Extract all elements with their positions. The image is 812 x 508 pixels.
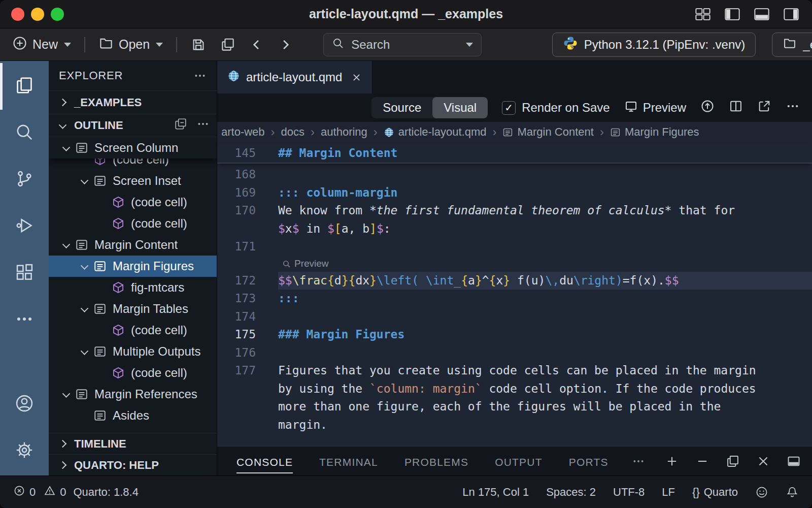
interpreter-selector[interactable]: Python 3.12.1 (PipEnv: .venv) <box>552 33 756 57</box>
section-examples[interactable]: _EXAMPLES <box>49 90 217 114</box>
breadcrumb-item-arto-web[interactable]: arto-web <box>221 125 265 139</box>
breadcrumb-item-authoring[interactable]: authoring <box>321 125 367 139</box>
tab-article-layout-qmd[interactable]: article-layout.qmd <box>217 61 373 93</box>
save-all-icon[interactable] <box>217 37 239 52</box>
layout-grid-icon[interactable] <box>695 8 710 21</box>
outline-item-code-cell[interactable]: (code cell) <box>49 192 217 213</box>
workspace-button[interactable]: _e <box>772 33 812 57</box>
code-line-170[interactable]: 170We know from *the first fundamental t… <box>217 202 812 220</box>
code-line-171[interactable]: 171 <box>217 238 812 256</box>
indentation-status[interactable]: Spaces: 2 <box>546 486 596 499</box>
code-line-wrap[interactable]: more than one figure, each of the figure… <box>217 398 812 416</box>
close-window-button[interactable] <box>11 8 24 21</box>
zoom-window-button[interactable] <box>51 8 64 21</box>
panel-tab-console[interactable]: CONSOLE <box>236 449 293 473</box>
section-quarto-help[interactable]: QUARTO: HELP <box>49 454 217 475</box>
collapse-all-icon[interactable] <box>174 117 187 134</box>
activity-search[interactable] <box>0 110 49 156</box>
breadcrumb-item-article-layout-qmd[interactable]: article-layout.qmd <box>384 125 487 139</box>
more-actions-icon[interactable] <box>786 99 800 116</box>
chevron-down-icon[interactable] <box>75 306 93 312</box>
add-console-icon[interactable] <box>665 454 679 468</box>
activity-run-debug[interactable] <box>0 203 49 250</box>
code-line-177[interactable]: 177Figures that you create using code ce… <box>217 362 812 380</box>
outline-item-code-cell[interactable]: (code cell) <box>49 213 217 234</box>
back-icon[interactable] <box>246 38 267 52</box>
render-on-save-checkbox[interactable]: ✓ Render on Save <box>502 101 610 115</box>
outline-item-margin-content[interactable]: Margin Content <box>49 234 217 256</box>
open-external-icon[interactable] <box>757 99 771 116</box>
code-line-wrap[interactable]: $x$ in $[a, b]$: <box>217 220 812 238</box>
code-line-168[interactable]: 168 <box>217 166 812 184</box>
outline-item-margin-tables[interactable]: Margin Tables <box>49 298 217 320</box>
outline-item-asides[interactable]: Asides <box>49 405 217 426</box>
eol-status[interactable]: LF <box>662 486 675 499</box>
outline-item-screen-column[interactable]: Screen Column <box>49 137 217 158</box>
outline-item-multiple-outputs[interactable]: Multiple Outputs <box>49 341 217 362</box>
minimize-window-button[interactable] <box>31 8 44 21</box>
close-panel-icon[interactable] <box>756 454 770 468</box>
outline-item-margin-references[interactable]: Margin References <box>49 384 217 405</box>
code-line-174[interactable]: 174 <box>217 308 812 326</box>
breadcrumb-item-margin-content[interactable]: Margin Content <box>502 125 593 139</box>
code-line-wrap[interactable]: margin. <box>217 416 812 434</box>
panel-tab-output[interactable]: OUTPUT <box>495 449 543 473</box>
code-line-175[interactable]: 175### Margin Figures <box>217 326 812 344</box>
save-icon[interactable] <box>187 37 210 52</box>
explorer-more-icon[interactable] <box>193 69 207 82</box>
activity-account[interactable] <box>0 381 49 428</box>
cursor-position-status[interactable]: Ln 175, Col 1 <box>462 486 529 499</box>
outline-item-screen-inset[interactable]: Screen Inset <box>49 170 217 192</box>
chevron-down-icon[interactable] <box>75 349 93 355</box>
chevron-down-icon[interactable] <box>57 392 75 397</box>
notifications-bell-icon[interactable] <box>786 486 799 499</box>
forward-icon[interactable] <box>275 38 296 52</box>
activity-explorer[interactable] <box>0 63 49 110</box>
code-line-169[interactable]: 169::: column-margin <box>217 184 812 202</box>
panel-tab-problems[interactable]: PROBLEMS <box>404 449 468 473</box>
layout-left-panel-icon[interactable] <box>725 8 740 21</box>
preview-button[interactable]: Preview <box>624 100 686 116</box>
breadcrumb-item-margin-figures[interactable]: Margin Figures <box>610 125 699 139</box>
code-line-172[interactable]: 172$$\frac{d}{dx}\left( \int_{a}^{x} f(u… <box>217 272 812 290</box>
feedback-smiley-icon[interactable] <box>755 486 768 499</box>
layout-right-panel-icon[interactable] <box>784 8 799 21</box>
chevron-down-icon[interactable] <box>75 178 93 184</box>
layout-bottom-panel-icon[interactable] <box>754 8 769 21</box>
publish-icon[interactable] <box>700 99 715 116</box>
quarto-version-status[interactable]: Quarto: 1.8.4 <box>74 486 139 499</box>
problems-status[interactable]: 0 0 <box>13 485 66 500</box>
section-timeline[interactable]: TIMELINE <box>49 433 217 454</box>
outline-item-margin-figures[interactable]: Margin Figures <box>49 256 217 277</box>
visual-mode-button[interactable]: Visual <box>432 97 488 118</box>
encoding-status[interactable]: UTF-8 <box>613 486 645 499</box>
code-line-173[interactable]: 173::: <box>217 290 812 308</box>
outline-item-fig-mtcars[interactable]: fig-mtcars <box>49 277 217 298</box>
chevron-down-icon[interactable] <box>57 242 75 248</box>
outline-item-code-cell[interactable]: (code cell) <box>49 362 217 384</box>
chevron-down-icon[interactable] <box>57 145 75 151</box>
activity-settings[interactable] <box>0 428 49 474</box>
activity-extensions[interactable] <box>0 250 49 297</box>
panel-tab-ports[interactable]: PORTS <box>569 449 608 473</box>
panel-tab-terminal[interactable]: TERMINAL <box>319 449 378 473</box>
source-mode-button[interactable]: Source <box>371 97 432 118</box>
open-button[interactable]: Open <box>95 34 166 56</box>
activity-more[interactable] <box>0 297 49 343</box>
codelens-preview[interactable]: Preview <box>282 256 812 272</box>
new-button[interactable]: New <box>9 34 74 56</box>
code-editor[interactable]: 145## Margin Content168169::: column-mar… <box>217 142 812 446</box>
search-input[interactable]: Search <box>323 33 482 56</box>
split-editor-icon[interactable] <box>729 99 743 116</box>
panel-more-icon[interactable] <box>632 455 645 468</box>
code-line-145[interactable]: 145## Margin Content <box>217 143 812 164</box>
outline-more-icon[interactable] <box>196 117 210 134</box>
section-outline[interactable]: OUTLINE <box>49 114 217 137</box>
minimize-panel-icon[interactable] <box>695 454 709 468</box>
chevron-down-icon[interactable] <box>75 264 93 269</box>
outline-item-code-cell[interactable]: (code cell) <box>49 320 217 341</box>
restore-panel-icon[interactable] <box>726 454 740 468</box>
breadcrumb-item-docs[interactable]: docs <box>281 125 304 139</box>
language-mode-status[interactable]: {} Quarto <box>692 486 738 499</box>
panel-layout-icon[interactable] <box>787 454 801 468</box>
